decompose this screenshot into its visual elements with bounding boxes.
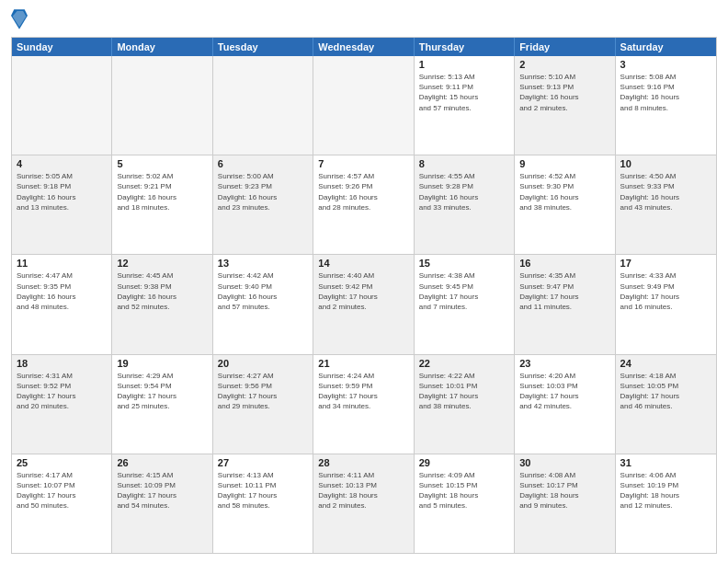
day-number: 2 bbox=[519, 59, 609, 70]
cal-cell-1-1: 5Sunrise: 5:02 AM Sunset: 9:21 PM Daylig… bbox=[112, 155, 212, 254]
cell-info: Sunrise: 5:00 AM Sunset: 9:23 PM Dayligh… bbox=[218, 171, 308, 213]
cell-info: Sunrise: 4:24 AM Sunset: 9:59 PM Dayligh… bbox=[318, 371, 408, 412]
day-number: 14 bbox=[318, 258, 408, 269]
day-number: 29 bbox=[419, 457, 509, 468]
day-number: 3 bbox=[620, 59, 711, 70]
cal-cell-2-2: 13Sunrise: 4:42 AM Sunset: 9:40 PM Dayli… bbox=[213, 255, 313, 353]
day-number: 18 bbox=[17, 358, 107, 369]
cal-cell-4-2: 27Sunrise: 4:13 AM Sunset: 10:11 PM Dayl… bbox=[213, 454, 313, 553]
cal-cell-3-6: 24Sunrise: 4:18 AM Sunset: 10:05 PM Dayl… bbox=[616, 355, 716, 454]
day-number: 21 bbox=[318, 358, 408, 369]
day-number: 22 bbox=[419, 358, 509, 369]
logo-icon bbox=[11, 9, 28, 29]
cell-info: Sunrise: 4:57 AM Sunset: 9:26 PM Dayligh… bbox=[318, 171, 408, 213]
calendar-header-row: SundayMondayTuesdayWednesdayThursdayFrid… bbox=[12, 38, 716, 56]
cal-row-2: 11Sunrise: 4:47 AM Sunset: 9:35 PM Dayli… bbox=[12, 255, 716, 354]
cal-cell-3-2: 20Sunrise: 4:27 AM Sunset: 9:56 PM Dayli… bbox=[213, 355, 313, 454]
day-number: 1 bbox=[419, 59, 509, 70]
day-number: 23 bbox=[519, 358, 609, 369]
day-number: 31 bbox=[620, 457, 711, 468]
day-number: 5 bbox=[117, 158, 207, 169]
cal-cell-0-5: 2Sunrise: 5:10 AM Sunset: 9:13 PM Daylig… bbox=[515, 56, 615, 155]
cal-cell-4-0: 25Sunrise: 4:17 AM Sunset: 10:07 PM Dayl… bbox=[12, 454, 112, 553]
cell-info: Sunrise: 4:50 AM Sunset: 9:33 PM Dayligh… bbox=[620, 171, 711, 213]
cal-cell-1-6: 10Sunrise: 4:50 AM Sunset: 9:33 PM Dayli… bbox=[616, 155, 716, 254]
header bbox=[11, 9, 717, 29]
cal-cell-0-0 bbox=[12, 56, 112, 155]
cell-info: Sunrise: 5:10 AM Sunset: 9:13 PM Dayligh… bbox=[519, 72, 609, 113]
cal-row-0: 1Sunrise: 5:13 AM Sunset: 9:11 PM Daylig… bbox=[12, 56, 716, 155]
cell-info: Sunrise: 4:29 AM Sunset: 9:54 PM Dayligh… bbox=[117, 371, 207, 412]
cell-info: Sunrise: 4:27 AM Sunset: 9:56 PM Dayligh… bbox=[218, 371, 308, 412]
day-number: 27 bbox=[218, 457, 308, 468]
cell-info: Sunrise: 4:55 AM Sunset: 9:28 PM Dayligh… bbox=[419, 171, 509, 213]
cell-info: Sunrise: 4:18 AM Sunset: 10:05 PM Daylig… bbox=[620, 371, 711, 412]
cell-info: Sunrise: 4:31 AM Sunset: 9:52 PM Dayligh… bbox=[17, 371, 107, 412]
cal-cell-1-0: 4Sunrise: 5:05 AM Sunset: 9:18 PM Daylig… bbox=[12, 155, 112, 254]
cal-row-3: 18Sunrise: 4:31 AM Sunset: 9:52 PM Dayli… bbox=[12, 355, 716, 454]
cal-cell-2-0: 11Sunrise: 4:47 AM Sunset: 9:35 PM Dayli… bbox=[12, 255, 112, 353]
cal-cell-2-4: 15Sunrise: 4:38 AM Sunset: 9:45 PM Dayli… bbox=[415, 255, 515, 353]
day-number: 26 bbox=[117, 457, 207, 468]
day-header-thursday: Thursday bbox=[415, 38, 515, 56]
cell-info: Sunrise: 5:05 AM Sunset: 9:18 PM Dayligh… bbox=[17, 171, 107, 213]
calendar-body: 1Sunrise: 5:13 AM Sunset: 9:11 PM Daylig… bbox=[12, 56, 716, 553]
cal-cell-3-0: 18Sunrise: 4:31 AM Sunset: 9:52 PM Dayli… bbox=[12, 355, 112, 454]
cell-info: Sunrise: 4:17 AM Sunset: 10:07 PM Daylig… bbox=[17, 470, 107, 511]
day-header-friday: Friday bbox=[515, 38, 615, 56]
cal-cell-1-5: 9Sunrise: 4:52 AM Sunset: 9:30 PM Daylig… bbox=[515, 155, 615, 254]
cell-info: Sunrise: 4:47 AM Sunset: 9:35 PM Dayligh… bbox=[17, 270, 107, 312]
cell-info: Sunrise: 4:15 AM Sunset: 10:09 PM Daylig… bbox=[117, 470, 207, 511]
cell-info: Sunrise: 5:08 AM Sunset: 9:16 PM Dayligh… bbox=[620, 72, 711, 113]
cell-info: Sunrise: 4:45 AM Sunset: 9:38 PM Dayligh… bbox=[117, 270, 207, 312]
day-number: 11 bbox=[17, 258, 107, 269]
cal-cell-3-5: 23Sunrise: 4:20 AM Sunset: 10:03 PM Dayl… bbox=[515, 355, 615, 454]
cal-cell-2-1: 12Sunrise: 4:45 AM Sunset: 9:38 PM Dayli… bbox=[112, 255, 212, 353]
cal-cell-2-5: 16Sunrise: 4:35 AM Sunset: 9:47 PM Dayli… bbox=[515, 255, 615, 353]
calendar: SundayMondayTuesdayWednesdayThursdayFrid… bbox=[11, 37, 717, 554]
cell-info: Sunrise: 4:52 AM Sunset: 9:30 PM Dayligh… bbox=[519, 171, 609, 213]
day-number: 6 bbox=[218, 158, 308, 169]
cell-info: Sunrise: 4:40 AM Sunset: 9:42 PM Dayligh… bbox=[318, 270, 408, 312]
day-number: 15 bbox=[419, 258, 509, 269]
day-number: 7 bbox=[318, 158, 408, 169]
cell-info: Sunrise: 4:33 AM Sunset: 9:49 PM Dayligh… bbox=[620, 270, 711, 312]
day-header-sunday: Sunday bbox=[12, 38, 112, 56]
cal-cell-0-4: 1Sunrise: 5:13 AM Sunset: 9:11 PM Daylig… bbox=[415, 56, 515, 155]
cal-cell-1-4: 8Sunrise: 4:55 AM Sunset: 9:28 PM Daylig… bbox=[415, 155, 515, 254]
day-number: 9 bbox=[519, 158, 609, 169]
day-number: 12 bbox=[117, 258, 207, 269]
cal-cell-3-3: 21Sunrise: 4:24 AM Sunset: 9:59 PM Dayli… bbox=[313, 355, 414, 454]
cal-cell-2-3: 14Sunrise: 4:40 AM Sunset: 9:42 PM Dayli… bbox=[313, 255, 414, 353]
cell-info: Sunrise: 4:42 AM Sunset: 9:40 PM Dayligh… bbox=[218, 270, 308, 312]
cal-row-1: 4Sunrise: 5:05 AM Sunset: 9:18 PM Daylig… bbox=[12, 155, 716, 255]
cell-info: Sunrise: 4:38 AM Sunset: 9:45 PM Dayligh… bbox=[419, 270, 509, 312]
day-number: 10 bbox=[620, 158, 711, 169]
cell-info: Sunrise: 4:11 AM Sunset: 10:13 PM Daylig… bbox=[318, 470, 408, 511]
cal-cell-0-6: 3Sunrise: 5:08 AM Sunset: 9:16 PM Daylig… bbox=[616, 56, 716, 155]
day-number: 30 bbox=[519, 457, 609, 468]
cal-cell-3-1: 19Sunrise: 4:29 AM Sunset: 9:54 PM Dayli… bbox=[112, 355, 212, 454]
cell-info: Sunrise: 4:08 AM Sunset: 10:17 PM Daylig… bbox=[519, 470, 609, 511]
cal-row-4: 25Sunrise: 4:17 AM Sunset: 10:07 PM Dayl… bbox=[12, 454, 716, 553]
cell-info: Sunrise: 4:22 AM Sunset: 10:01 PM Daylig… bbox=[419, 371, 509, 412]
cal-cell-0-1 bbox=[112, 56, 212, 155]
cell-info: Sunrise: 4:09 AM Sunset: 10:15 PM Daylig… bbox=[419, 470, 509, 511]
day-number: 25 bbox=[17, 457, 107, 468]
day-header-monday: Monday bbox=[112, 38, 212, 56]
cal-cell-4-1: 26Sunrise: 4:15 AM Sunset: 10:09 PM Dayl… bbox=[112, 454, 212, 553]
cal-cell-2-6: 17Sunrise: 4:33 AM Sunset: 9:49 PM Dayli… bbox=[616, 255, 716, 353]
day-number: 16 bbox=[519, 258, 609, 269]
cal-cell-3-4: 22Sunrise: 4:22 AM Sunset: 10:01 PM Dayl… bbox=[415, 355, 515, 454]
cal-cell-1-3: 7Sunrise: 4:57 AM Sunset: 9:26 PM Daylig… bbox=[313, 155, 414, 254]
day-number: 4 bbox=[17, 158, 107, 169]
page: SundayMondayTuesdayWednesdayThursdayFrid… bbox=[0, 0, 728, 563]
cal-cell-1-2: 6Sunrise: 5:00 AM Sunset: 9:23 PM Daylig… bbox=[213, 155, 313, 254]
cal-cell-4-5: 30Sunrise: 4:08 AM Sunset: 10:17 PM Dayl… bbox=[515, 454, 615, 553]
cal-cell-0-3 bbox=[313, 56, 414, 155]
day-number: 8 bbox=[419, 158, 509, 169]
day-number: 20 bbox=[218, 358, 308, 369]
day-number: 28 bbox=[318, 457, 408, 468]
day-number: 24 bbox=[620, 358, 711, 369]
day-header-tuesday: Tuesday bbox=[213, 38, 313, 56]
